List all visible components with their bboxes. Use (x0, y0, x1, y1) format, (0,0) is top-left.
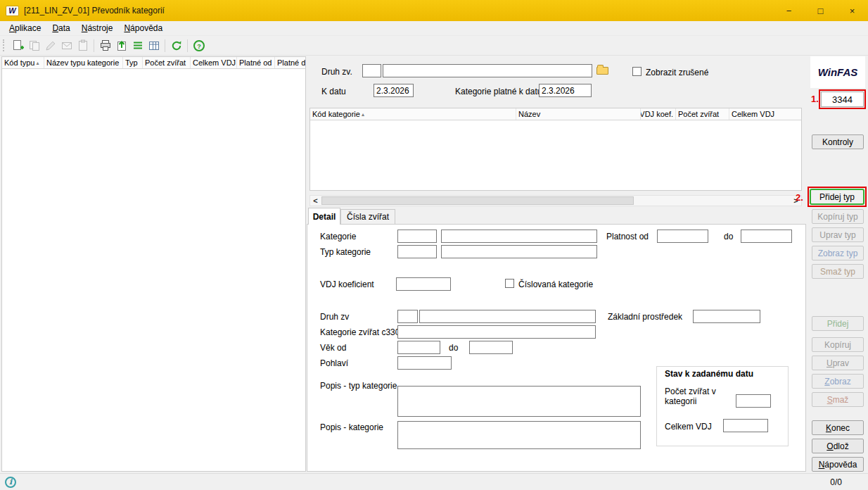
kontroly-button[interactable]: Kontroly (812, 134, 864, 149)
client-number-field[interactable]: 3344 (821, 92, 864, 107)
record-counter: 0/0 (830, 477, 842, 487)
zakladni-prostredek-input[interactable] (693, 310, 760, 323)
info-icon[interactable]: i (5, 477, 16, 488)
winfas-app-icon: W (6, 6, 19, 16)
popis-kategorie-textarea[interactable] (397, 421, 641, 449)
printer-icon (99, 39, 112, 52)
druh-zv-detail-code-input[interactable] (397, 310, 418, 323)
column-header-pocet-zvirat[interactable]: Počet zvířat (143, 57, 191, 68)
toolbar-grip-icon (3, 39, 6, 51)
toolbar-separator (94, 39, 94, 52)
menu-data[interactable]: Data (46, 22, 75, 35)
column-header-celkem-vdj[interactable]: Celkem VDJ (729, 108, 801, 120)
druh-zv-filter-label: Druh zv. (321, 67, 352, 77)
pocet-zvirat-v-kategorii-input[interactable] (736, 394, 771, 408)
scroll-left-button[interactable]: < (310, 196, 321, 206)
uprav-typ-button: Uprav typ (812, 227, 864, 242)
druh-zv-picker-button[interactable] (596, 64, 609, 75)
druh-zv-code-input[interactable] (362, 64, 381, 77)
toolbar: ? (0, 36, 868, 56)
menu-label: Aplikace (9, 23, 41, 33)
copy-icon (28, 39, 41, 52)
table-view-button[interactable] (146, 37, 162, 54)
column-header-kod-typu[interactable]: Kód typu ▴ (2, 57, 44, 68)
kategorie-platne-label: Kategorie platné k datu (455, 87, 542, 96)
menu-label: Nápověda (124, 23, 162, 33)
kategorie-zvirat-input[interactable] (397, 325, 596, 339)
menu-bar: Aplikace Data Nástroje Nápověda (0, 21, 868, 36)
edit-pencil-icon (44, 39, 57, 52)
copy-record-button (26, 37, 42, 54)
refresh-button[interactable] (168, 37, 184, 54)
kategorie-code-input[interactable] (397, 230, 437, 243)
column-header-nazev-typu[interactable]: Název typu kategorie (44, 57, 123, 68)
popis-typ-label: Popis - typ kategorie (320, 381, 397, 391)
minimize-button[interactable]: − (773, 0, 805, 21)
maximize-button[interactable]: □ (805, 0, 836, 21)
vek-od-input[interactable] (397, 341, 440, 354)
pohlavi-input[interactable] (397, 356, 452, 370)
platnost-do-input[interactable] (741, 230, 792, 243)
status-bar: i 0/0 (0, 473, 868, 490)
button-label: Nápověda (819, 460, 857, 470)
cislovana-kategorie-checkbox[interactable] (505, 279, 514, 288)
platnost-od-label: Platnost od (606, 232, 649, 241)
scrollbar-thumb[interactable] (321, 196, 634, 205)
export-up-arrow-icon (115, 39, 128, 52)
tab-detail[interactable]: Detail (308, 208, 340, 225)
druh-zv-detail-name-input[interactable] (419, 310, 596, 323)
new-record-button[interactable] (10, 37, 26, 54)
button-label: Uprav typ (819, 230, 855, 240)
menu-nastroje[interactable]: Nástroje (76, 22, 119, 35)
export-button[interactable] (113, 37, 129, 54)
help-button[interactable]: ? (191, 37, 207, 54)
k-datu-input[interactable] (374, 84, 414, 97)
zobrazit-zrusene-checkbox[interactable] (632, 67, 642, 76)
column-header-vdj-koef[interactable]: VDJ koef. (641, 108, 676, 120)
refresh-icon (170, 39, 183, 52)
popis-kategorie-label: Popis - kategorie (320, 422, 383, 432)
pocet-zvirat-v-kategorii-label: Počet zvířat v kategorii (665, 387, 734, 406)
menu-aplikace[interactable]: Aplikace (4, 22, 46, 35)
column-header-typ[interactable]: Typ (123, 57, 143, 68)
new-record-icon (12, 39, 25, 52)
typ-kategorie-name-input[interactable] (441, 245, 597, 258)
print-button[interactable] (97, 37, 113, 54)
druh-zv-label: Druh zv (320, 312, 349, 322)
column-header-nazev[interactable]: Název (516, 108, 641, 120)
window-controls: − □ × (773, 0, 868, 21)
typ-kategorie-code-input[interactable] (397, 245, 437, 258)
column-header-celkem-vdj[interactable]: Celkem VDJ (191, 57, 237, 68)
druh-zv-name-input[interactable] (383, 64, 592, 77)
kategorie-platne-input[interactable] (539, 84, 592, 97)
close-button[interactable]: × (836, 0, 868, 21)
stav-celkem-vdj-label: Celkem VDJ (665, 422, 712, 432)
annotation-1-highlight: 3344 (819, 89, 866, 109)
column-header-kod-kategorie[interactable]: Kód kategorie ▴ (310, 108, 516, 120)
vek-do-label: do (449, 343, 458, 353)
menu-label: Data (52, 23, 70, 33)
uprav-button: Uprav (812, 356, 864, 370)
pridej-typ-button[interactable]: Přidej typ (810, 189, 864, 205)
vek-do-input[interactable] (469, 341, 513, 354)
list-view-button[interactable] (129, 37, 146, 54)
tab-label: Detail (313, 212, 336, 222)
konec-button[interactable]: Konec (812, 420, 864, 435)
stav-celkem-vdj-input[interactable] (723, 419, 768, 432)
column-header-pocet-zvirat[interactable]: Počet zvířat (676, 108, 729, 120)
kategorie-name-input[interactable] (441, 230, 597, 243)
paste-clipboard-button (75, 37, 91, 54)
list-icon (132, 39, 144, 52)
napoveda-button[interactable]: Nápověda (812, 457, 864, 472)
menu-napoveda[interactable]: Nápověda (118, 22, 168, 35)
vdj-koeficient-input[interactable] (396, 277, 451, 291)
odloz-button[interactable]: Odlož (812, 439, 864, 453)
send-mail-button (58, 37, 75, 54)
popis-typ-textarea[interactable] (397, 386, 641, 417)
column-header-platne-od[interactable]: Platné od (237, 57, 275, 68)
vdj-koeficient-label: VDJ koeficient (320, 279, 374, 289)
tab-cisla-zvirat[interactable]: Čísla zvířat (340, 209, 395, 224)
column-header-platne-do[interactable]: Platné do (275, 57, 305, 68)
zobraz-typ-button: Zobraz typ (812, 246, 864, 260)
platnost-od-input[interactable] (657, 230, 708, 243)
